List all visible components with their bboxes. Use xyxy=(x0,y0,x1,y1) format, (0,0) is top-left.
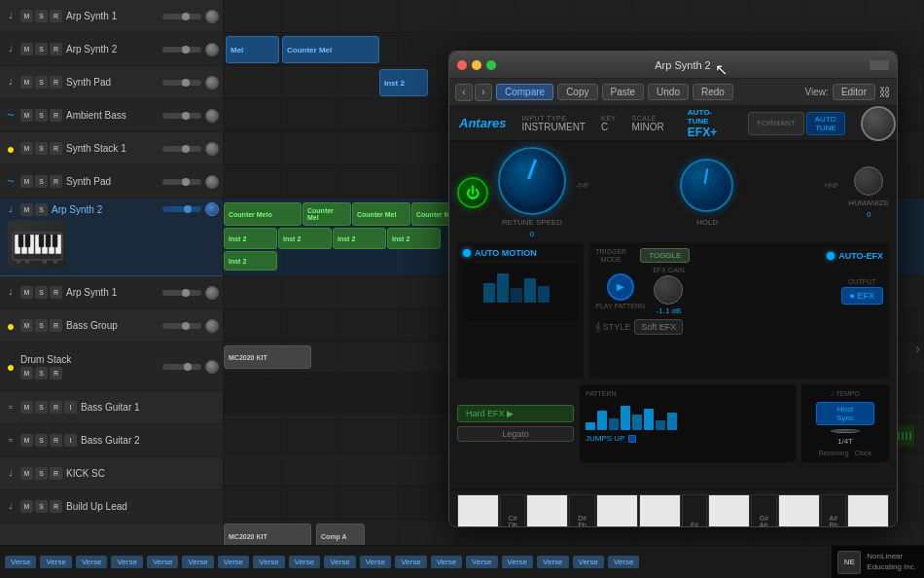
undo-button[interactable]: Undo xyxy=(648,84,689,100)
record-button[interactable]: R xyxy=(50,142,62,155)
power-button[interactable]: ⏻ xyxy=(457,177,488,208)
autotune-tab[interactable]: AUTO TUNE xyxy=(806,112,845,135)
mute-button[interactable]: M xyxy=(20,286,33,299)
solo-button[interactable]: S xyxy=(35,76,48,89)
key-asharp[interactable]: A#Bb xyxy=(821,494,847,527)
solo-button[interactable]: S xyxy=(35,175,48,188)
mute-button[interactable]: M xyxy=(20,142,33,155)
volume-knob[interactable] xyxy=(205,142,219,156)
volume-knob[interactable] xyxy=(205,43,219,56)
solo-button[interactable]: S xyxy=(35,434,48,447)
track-item[interactable]: ♩ M S R Build Up Lead xyxy=(0,490,223,524)
track-item[interactable]: ● M S R Synth Stack 1 xyxy=(0,132,223,165)
track-item[interactable]: ≈ M S R I Bass Guitar 2 xyxy=(0,424,223,457)
mute-button[interactable]: M xyxy=(20,467,33,480)
verse-tag[interactable]: Verse xyxy=(608,556,639,568)
efx-output-button[interactable]: ● EFX xyxy=(841,287,883,305)
key-gsharp[interactable]: G#Ab xyxy=(751,494,777,527)
verse-tag[interactable]: Verse xyxy=(182,556,213,568)
record-button[interactable]: R xyxy=(50,43,62,55)
track-item[interactable]: ● Drum Stack M S R xyxy=(0,343,223,391)
volume-knob[interactable] xyxy=(205,10,219,23)
verse-tag[interactable]: Verse xyxy=(502,556,533,568)
record-button[interactable]: R xyxy=(50,367,62,379)
track-fader[interactable] xyxy=(162,47,201,53)
volume-knob[interactable] xyxy=(205,319,219,333)
selected-track-item[interactable]: ♩ M S Arp Synth 2 xyxy=(0,199,223,276)
mute-button[interactable]: M xyxy=(20,43,33,55)
mute-button[interactable]: M xyxy=(20,434,33,447)
mute-button[interactable]: M xyxy=(20,367,33,379)
clip-mc2020-3[interactable]: MC2020 KIT xyxy=(224,524,311,545)
key-g[interactable]: G xyxy=(708,494,750,527)
input-type-value[interactable]: INSTRUMENT xyxy=(521,122,586,132)
record-button[interactable]: R xyxy=(50,76,62,89)
clip-inst2-b[interactable]: Inst 2 xyxy=(278,228,332,249)
mix-knob[interactable] xyxy=(861,106,896,141)
mute-button[interactable]: M xyxy=(20,500,33,513)
close-button[interactable] xyxy=(457,60,467,70)
key-d[interactable]: D xyxy=(526,494,568,527)
mute-button[interactable]: M xyxy=(20,203,33,216)
minimize-button[interactable] xyxy=(472,60,481,70)
retune-speed-knob[interactable] xyxy=(498,147,566,215)
key-value[interactable]: C xyxy=(601,122,617,132)
record-button[interactable]: R xyxy=(50,401,62,414)
verse-tag[interactable]: Verse xyxy=(573,556,604,568)
record-button[interactable]: R xyxy=(50,500,62,513)
verse-tag[interactable]: Verse xyxy=(395,556,426,568)
key-dsharp[interactable]: D#Eb xyxy=(569,494,595,527)
track-fader[interactable] xyxy=(162,113,201,119)
clip-inst2-a[interactable]: Inst 2 xyxy=(224,228,277,249)
solo-button[interactable]: S xyxy=(35,109,48,122)
redo-button[interactable]: Redo xyxy=(693,84,733,100)
track-item[interactable]: ♩ M S R Synth Pad xyxy=(0,66,223,99)
editor-view-button[interactable]: Editor xyxy=(833,84,875,100)
verse-tag[interactable]: Verse xyxy=(466,556,497,568)
volume-knob[interactable] xyxy=(205,175,219,189)
mute-button[interactable]: M xyxy=(20,10,33,22)
clip-counter-mel-2[interactable]: Counter Mel xyxy=(352,202,410,226)
info-button[interactable]: I xyxy=(64,434,77,447)
track-fader[interactable] xyxy=(162,290,201,296)
clip-inst2-c[interactable]: Inst 2 xyxy=(333,228,386,249)
clip-mel[interactable]: Mel xyxy=(226,36,279,63)
key-f[interactable]: F xyxy=(639,494,681,527)
clip-comp-a[interactable]: Comp A xyxy=(316,524,365,545)
key-csharp[interactable]: C#Db xyxy=(500,494,526,527)
volume-knob[interactable] xyxy=(205,286,219,300)
mute-button[interactable]: M xyxy=(20,319,33,332)
clip-mc2020[interactable]: MC2020 KIT xyxy=(224,345,311,369)
track-item[interactable]: ♩ M S R Arp Synth 1 xyxy=(0,0,223,33)
solo-button[interactable]: S xyxy=(35,142,48,155)
link-icon[interactable]: ⛓ xyxy=(879,86,891,99)
track-item[interactable]: ≈ M S R I Bass Guitar 1 xyxy=(0,391,223,424)
volume-knob[interactable] xyxy=(205,76,219,90)
track-fader[interactable] xyxy=(162,14,201,19)
track-item[interactable]: ♩ M S R Arp Synth 2 xyxy=(0,33,223,66)
paste-button[interactable]: Paste xyxy=(602,84,645,100)
compare-button[interactable]: Compare xyxy=(496,84,553,100)
track-item[interactable]: 〜 M S R Synth Pad xyxy=(0,165,223,199)
host-sync-button[interactable]: HostSync xyxy=(816,402,874,425)
track-item[interactable]: ● M S R Bass Group xyxy=(0,309,223,343)
volume-knob[interactable] xyxy=(205,109,219,123)
formant-tab[interactable]: FORMANT xyxy=(748,112,804,135)
key-e[interactable] xyxy=(596,494,638,527)
verse-tag[interactable]: Verse xyxy=(324,556,355,568)
verse-tag[interactable]: Verse xyxy=(537,556,568,568)
solo-button[interactable]: S xyxy=(35,43,48,55)
humanize-knob[interactable] xyxy=(854,166,883,196)
tempo-knob[interactable] xyxy=(831,429,860,433)
key-c[interactable]: C xyxy=(457,494,499,527)
scale-value[interactable]: MINOR xyxy=(632,122,664,132)
record-button[interactable]: R xyxy=(50,109,62,122)
legato-button[interactable]: Legato xyxy=(457,426,574,442)
hold-knob[interactable] xyxy=(680,159,733,212)
track-fader[interactable] xyxy=(162,179,201,185)
efx-gain-knob[interactable] xyxy=(654,275,683,305)
key-fsharp[interactable]: F# xyxy=(682,494,708,527)
clip-counter-mel[interactable]: Counter Mel xyxy=(282,36,379,63)
record-button[interactable]: R xyxy=(50,467,62,480)
clip-inst2-d[interactable]: Inst 2 xyxy=(387,228,441,249)
